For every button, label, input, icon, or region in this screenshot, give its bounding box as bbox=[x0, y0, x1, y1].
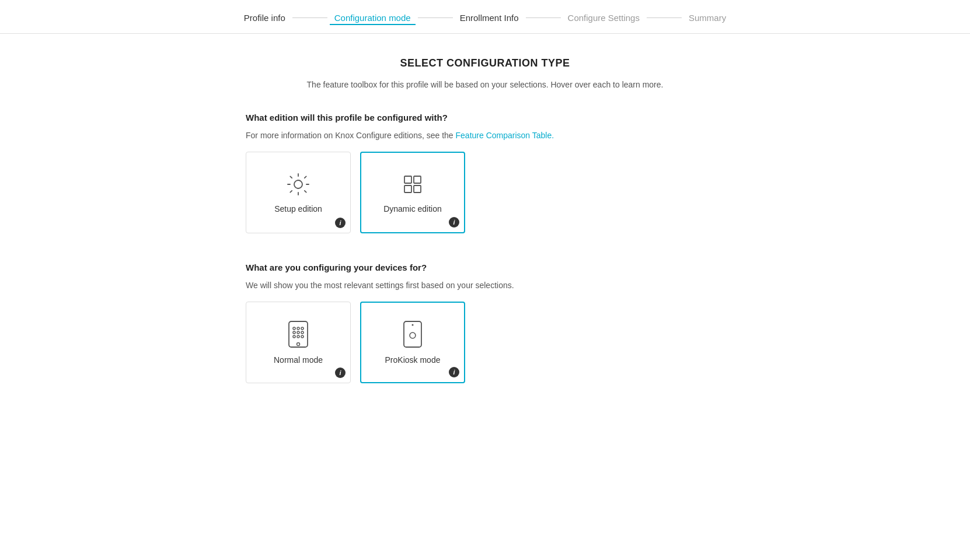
prokiosk-mode-info-icon[interactable]: i bbox=[449, 367, 459, 377]
step-connector-2 bbox=[418, 18, 453, 18]
grid-icon bbox=[400, 172, 425, 197]
step-connector-1 bbox=[292, 18, 327, 18]
svg-point-15 bbox=[297, 343, 300, 346]
svg-rect-5 bbox=[289, 321, 308, 347]
page-title: SELECT CONFIGURATION TYPE bbox=[246, 57, 724, 69]
device-question: What are you configuring your devices fo… bbox=[246, 262, 724, 272]
svg-point-12 bbox=[293, 335, 295, 338]
step-connector-3 bbox=[526, 18, 561, 18]
svg-point-17 bbox=[410, 332, 416, 338]
dynamic-edition-card[interactable]: Dynamic edition i bbox=[360, 152, 465, 233]
dynamic-edition-info-icon[interactable]: i bbox=[449, 217, 459, 228]
step-label-configure-settings[interactable]: Configure Settings bbox=[563, 10, 644, 25]
svg-rect-3 bbox=[404, 186, 411, 192]
normal-mode-icon bbox=[287, 320, 310, 348]
page-subtitle: The feature toolbox for this profile wil… bbox=[246, 80, 724, 89]
svg-point-18 bbox=[412, 324, 414, 326]
svg-point-7 bbox=[297, 327, 299, 330]
gear-icon bbox=[285, 172, 311, 197]
step-label-summary[interactable]: Summary bbox=[684, 10, 731, 25]
svg-point-0 bbox=[294, 180, 302, 188]
setup-edition-card[interactable]: Setup edition i bbox=[246, 152, 351, 233]
dynamic-edition-label: Dynamic edition bbox=[383, 204, 442, 214]
svg-rect-4 bbox=[414, 186, 421, 192]
prokiosk-mode-card[interactable]: ProKiosk mode i bbox=[360, 302, 465, 383]
step-connector-4 bbox=[647, 18, 682, 18]
edition-question: What edition will this profile be config… bbox=[246, 113, 724, 123]
svg-point-11 bbox=[301, 331, 303, 334]
svg-point-10 bbox=[297, 331, 299, 334]
devices-subtitle: We will show you the most relevant setti… bbox=[246, 281, 724, 290]
svg-point-8 bbox=[301, 327, 303, 330]
step-enrollment-info[interactable]: Enrollment Info bbox=[455, 10, 524, 25]
step-label-configuration-mode[interactable]: Configuration mode bbox=[330, 10, 416, 25]
step-configure-settings[interactable]: Configure Settings bbox=[563, 10, 644, 25]
edition-feature-link-text: For more information on Knox Configure e… bbox=[246, 131, 724, 140]
setup-edition-label: Setup edition bbox=[274, 204, 322, 214]
edition-card-group: Setup edition i Dynamic edition i bbox=[246, 152, 724, 233]
svg-point-13 bbox=[297, 335, 299, 338]
main-content: SELECT CONFIGURATION TYPE The feature to… bbox=[234, 34, 736, 436]
feature-comparison-link[interactable]: Feature Comparison Table. bbox=[456, 131, 554, 140]
normal-mode-card[interactable]: Normal mode i bbox=[246, 302, 351, 383]
step-label-enrollment-info[interactable]: Enrollment Info bbox=[455, 10, 524, 25]
svg-point-9 bbox=[293, 331, 295, 334]
normal-mode-label: Normal mode bbox=[274, 355, 323, 365]
svg-rect-2 bbox=[414, 176, 421, 183]
stepper: Profile info Configuration mode Enrollme… bbox=[0, 0, 970, 34]
setup-edition-info-icon[interactable]: i bbox=[335, 218, 346, 228]
prokiosk-icon bbox=[402, 320, 423, 348]
svg-rect-1 bbox=[404, 176, 411, 183]
step-label-profile-info[interactable]: Profile info bbox=[239, 10, 290, 25]
device-section: What are you configuring your devices fo… bbox=[246, 262, 724, 383]
device-card-group: Normal mode i ProKiosk mode i bbox=[246, 302, 724, 383]
step-configuration-mode[interactable]: Configuration mode bbox=[330, 10, 416, 25]
svg-point-6 bbox=[293, 327, 295, 330]
svg-point-14 bbox=[301, 335, 303, 338]
step-profile-info[interactable]: Profile info bbox=[239, 10, 290, 25]
edition-section: What edition will this profile be config… bbox=[246, 113, 724, 233]
prokiosk-mode-label: ProKiosk mode bbox=[385, 355, 441, 365]
normal-mode-info-icon[interactable]: i bbox=[335, 368, 346, 378]
step-summary[interactable]: Summary bbox=[684, 10, 731, 25]
